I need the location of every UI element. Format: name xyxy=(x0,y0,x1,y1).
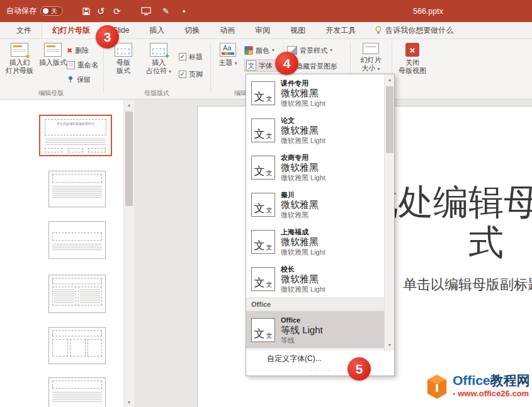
group-divider xyxy=(210,42,211,93)
close-master-view-button[interactable]: × 关闭母版视图 xyxy=(394,42,431,75)
font-theme-minor: 微软雅黑 Light xyxy=(281,136,325,145)
placeholder-lines xyxy=(52,244,102,251)
title-checkbox[interactable]: ✓ 标题 xyxy=(179,50,203,63)
thumbnail-title-placeholder xyxy=(52,232,102,241)
rename-label: 重命名 xyxy=(77,60,98,70)
step-badge-5: 5 xyxy=(348,357,371,381)
autosave-knob xyxy=(43,8,48,14)
scroll-down-icon[interactable]: ▼ xyxy=(385,340,395,350)
autosave-switch[interactable]: 关 xyxy=(40,6,63,16)
tab-transitions[interactable]: 切换 xyxy=(174,22,210,38)
font-theme-minor: 微软雅黑 Light xyxy=(281,285,325,294)
font-theme-item[interactable]: 文文 校长 微软雅黑 微软雅黑 Light xyxy=(246,260,384,297)
font-theme-name: 上海福成 xyxy=(281,227,325,236)
menu-resize-grip[interactable]: · · · · xyxy=(246,367,394,373)
tab-file[interactable]: 文件 xyxy=(6,22,42,38)
font-theme-name: 校长 xyxy=(281,265,325,273)
undo-button[interactable]: ↺ xyxy=(97,0,105,22)
scroll-up-icon[interactable]: ▲ xyxy=(385,74,395,84)
autosave-state: 关 xyxy=(51,8,57,14)
scroll-down-icon[interactable]: ▼ xyxy=(124,397,134,407)
slide-thumbnail-master[interactable]: 单击此处编辑母版标题样式 xyxy=(39,115,112,156)
font-theme-major: 微软雅黑 xyxy=(281,199,319,210)
ink-button[interactable]: ✎ xyxy=(162,0,169,22)
pushpin-icon xyxy=(67,76,74,83)
preserve-button[interactable]: 保留 xyxy=(67,73,91,86)
title-bar: 自动保存 关 ↺ ⟳ ✎ ▾ 566.pptx xyxy=(0,0,532,22)
thumbnail-footer-placeholder xyxy=(68,148,83,152)
master-layout-label: 母版版式 xyxy=(116,59,130,75)
tab-slide-master[interactable]: 幻灯片母版 xyxy=(42,22,101,38)
footer-checkbox[interactable]: ✓ 页脚 xyxy=(179,68,203,81)
slide-thumbnail-layout-3[interactable] xyxy=(48,275,106,313)
font-theme-item[interactable]: 文文 论文 微软雅黑 微软雅黑 Light xyxy=(246,112,384,149)
font-theme-name: Office xyxy=(281,316,323,324)
font-theme-icon: 文文 xyxy=(251,193,275,217)
tab-animations[interactable]: 动画 xyxy=(210,22,245,38)
tab-review[interactable]: 审阅 xyxy=(245,22,280,38)
placeholder-lines xyxy=(45,139,106,146)
customize-fonts-menu-item[interactable]: 自定义字体(C)... xyxy=(246,350,394,367)
rename-button[interactable]: 重命名 xyxy=(67,59,98,71)
lightbulb-icon xyxy=(375,26,382,35)
insert-slide-master-button[interactable]: ★ 插入幻灯片母版 xyxy=(3,42,37,75)
save-icon xyxy=(82,7,91,16)
start-slideshow-button[interactable] xyxy=(141,0,151,22)
font-theme-name: 农商专用 xyxy=(281,153,325,162)
font-theme-icon: 文文 xyxy=(251,118,275,142)
themes-button[interactable]: Aa 主题 ▾ xyxy=(214,42,242,67)
thumbnail-content-placeholder xyxy=(88,339,102,357)
insert-placeholder-label: 插入占位符 ▾ xyxy=(146,59,171,75)
autosave-toggle[interactable]: 自动保存 关 xyxy=(6,0,63,22)
close-icon: × xyxy=(405,43,419,57)
tab-view[interactable]: 视图 xyxy=(280,22,315,38)
font-theme-icon: 文文 xyxy=(251,318,275,342)
placeholder-lines xyxy=(52,186,102,198)
slide-thumbnail-layout-2[interactable] xyxy=(48,221,106,259)
fonts-icon: 文 xyxy=(246,60,256,71)
slide-master-icon: ★ xyxy=(11,43,28,57)
font-theme-icon: 文文 xyxy=(251,230,275,254)
font-theme-item[interactable]: 文文 上海福成 微软雅黑 微软雅黑 Light xyxy=(246,223,384,260)
tell-me-box[interactable]: 告诉我你想要做什么 xyxy=(375,22,453,38)
theme-fonts-dropdown: 文文 课件专用 微软雅黑 微软雅黑 Light 文文 论文 微软雅黑 微软雅黑 … xyxy=(246,74,395,376)
font-theme-item-office[interactable]: 文文 Office 等线 Light 等线 xyxy=(246,311,384,348)
slide-thumbnail-layout-4[interactable] xyxy=(48,327,106,364)
scrollbar-thumb[interactable] xyxy=(386,86,393,153)
chevron-down-icon: ▾ xyxy=(235,60,237,66)
chevron-down-icon: ▾ xyxy=(183,8,186,14)
scroll-up-icon[interactable]: ▲ xyxy=(124,100,134,110)
monitor-icon xyxy=(141,7,151,16)
office26-url: ● www.office26.com xyxy=(453,388,530,399)
dropdown-scrollbar[interactable]: ▲ ▼ xyxy=(384,74,394,350)
quick-access-customize-button[interactable]: ▾ xyxy=(183,0,186,22)
thumbnail-panel-scrollbar[interactable]: ▲ ▼ xyxy=(123,100,134,407)
close-master-view-label: 关闭母版视图 xyxy=(399,59,426,75)
insert-placeholder-button[interactable]: + 插入占位符 ▾ xyxy=(141,42,176,75)
theme-colors-label: 颜色 xyxy=(256,46,269,55)
font-theme-minor: 等线 xyxy=(281,336,323,345)
tab-insert[interactable]: 插入 xyxy=(139,22,174,38)
redo-icon: ⟳ xyxy=(113,6,121,16)
slide-thumbnail-layout-5[interactable] xyxy=(48,377,106,407)
font-theme-item[interactable]: 文文 秦川 微软雅黑 微软雅黑 xyxy=(246,186,384,223)
redo-button[interactable]: ⟳ xyxy=(113,0,121,22)
font-theme-item[interactable]: 文文 农商专用 微软雅黑 微软雅黑 Light xyxy=(246,149,384,186)
color-palette-icon xyxy=(244,46,253,55)
theme-fonts-button[interactable]: 文 字体 ▾ xyxy=(244,59,280,72)
theme-colors-button[interactable]: 颜色 ▾ xyxy=(244,44,274,57)
delete-button[interactable]: ✖ 删除 xyxy=(67,44,89,57)
thumbnail-title-placeholder xyxy=(52,278,102,284)
scrollbar-thumb[interactable] xyxy=(125,112,133,206)
font-theme-major: 微软雅黑 xyxy=(281,162,325,173)
font-theme-icon: 文文 xyxy=(251,267,275,291)
font-theme-name: 秦川 xyxy=(281,190,319,199)
slide-thumbnail-layout-1[interactable] xyxy=(48,171,106,207)
slide-size-button[interactable]: 幻灯片大小 ▾ xyxy=(353,42,389,72)
insert-layout-button[interactable]: 插入版式 xyxy=(38,42,68,67)
font-theme-minor: 微软雅黑 Light xyxy=(281,99,325,108)
tab-developer[interactable]: 开发工具 xyxy=(315,22,366,38)
thumbnail-title-placeholder xyxy=(52,330,102,336)
font-theme-item[interactable]: 文文 课件专用 微软雅黑 微软雅黑 Light xyxy=(246,74,384,112)
save-button[interactable] xyxy=(82,0,91,22)
